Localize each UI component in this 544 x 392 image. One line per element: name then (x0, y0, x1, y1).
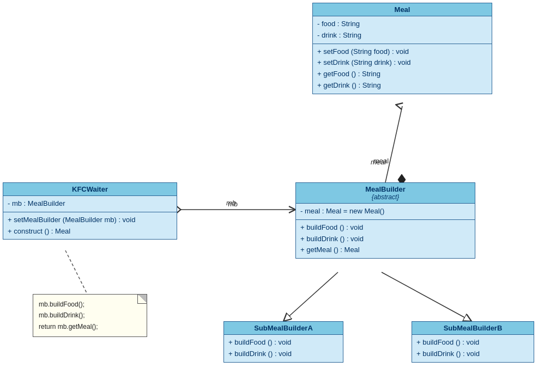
mealbuilder-class-header: MealBuilder {abstract} (296, 183, 475, 204)
submealbuildA-name: SubMealBuilderA (254, 324, 313, 332)
meal-class: Meal - food : String - drink : String + … (312, 3, 492, 94)
kfcwaiter-class: KFCWaiter - mb : MealBuilder + setMealBu… (3, 182, 177, 240)
note-box: mb.buildFood(); mb.buildDrink(); return … (33, 294, 147, 337)
mealbuilder-attr-1: - meal : Meal = new Meal() (300, 206, 470, 217)
mealbuilder-method-1: + buildFood () : void (300, 222, 470, 234)
kfcwaiter-class-name: KFCWaiter (72, 185, 108, 193)
note-line-3: return mb.getMeal(); (39, 321, 141, 332)
meal-attr-2: - drink : String (317, 30, 487, 41)
mealbuilder-attributes: - meal : Meal = new Meal() (296, 204, 475, 220)
meal-method-4: + getDrink () : String (317, 80, 487, 91)
note-dashed-line (65, 250, 87, 294)
meal-arrow-label: meal (373, 157, 389, 165)
mealbuilder-class-name: MealBuilder (365, 185, 406, 193)
kfcwaiter-class-header: KFCWaiter (3, 183, 177, 196)
kfcwaiter-attributes: - mb : MealBuilder (3, 196, 177, 212)
submealbuildB-methods: + buildFood () : void + buildDrink () : … (412, 335, 534, 362)
mealbuilder-method-2: + buildDrink () : void (300, 234, 470, 245)
submealbuildB-method-2: + buildDrink () : void (416, 348, 529, 360)
mealbuilder-methods: + buildFood () : void + buildDrink () : … (296, 220, 475, 258)
kfcwaiter-method-1: + setMealBuilder (MealBuilder mb) : void (8, 215, 172, 226)
submealbuildB-name: SubMealBuilderB (444, 324, 503, 332)
kfcwaiter-method-2: + construct () : Meal (8, 226, 172, 237)
meal-method-2: + setDrink (String drink) : void (317, 57, 487, 69)
diagram-container: meal mb Meal - food : String - drink : S… (0, 0, 544, 392)
meal-methods: + setFood (String food) : void + setDrin… (313, 44, 492, 94)
submealbuildA-method-2: + buildDrink () : void (228, 348, 339, 360)
kfcwaiter-attr-1: - mb : MealBuilder (8, 198, 172, 210)
submealbuildA-header: SubMealBuilderA (224, 322, 343, 335)
note-line-2: mb.buildDrink(); (39, 310, 141, 321)
mealbuilder-class: MealBuilder {abstract} - meal : Meal = n… (295, 182, 475, 259)
mealbuilder-abstract-label: {abstract} (300, 193, 470, 201)
meal-mealbuilder-arrow (385, 106, 402, 182)
submealbuildB-class: SubMealBuilderB + buildFood () : void + … (412, 321, 534, 363)
submealbuildB-header: SubMealBuilderB (412, 322, 534, 335)
submealbuildA-method-1: + buildFood () : void (228, 337, 339, 348)
mealbuilder-subB-arrow (382, 272, 472, 321)
meal-method-1: + setFood (String food) : void (317, 46, 487, 58)
note-line-1: mb.buildFood(); (39, 299, 141, 310)
mealbuilder-method-3: + getMeal () : Meal (300, 244, 470, 256)
submealbuildA-methods: + buildFood () : void + buildDrink () : … (224, 335, 343, 362)
mb-arrow-label: mb (228, 200, 238, 208)
submealbuildA-class: SubMealBuilderA + buildFood () : void + … (223, 321, 343, 363)
kfcwaiter-methods: + setMealBuilder (MealBuilder mb) : void… (3, 212, 177, 240)
meal-class-name: Meal (395, 5, 410, 14)
meal-attr-1: - food : String (317, 19, 487, 30)
meal-method-3: + getFood () : String (317, 69, 487, 80)
meal-class-header: Meal (313, 3, 492, 16)
meal-attributes: - food : String - drink : String (313, 16, 492, 44)
mealbuilder-subA-arrow (283, 272, 338, 321)
submealbuildB-method-1: + buildFood () : void (416, 337, 529, 348)
